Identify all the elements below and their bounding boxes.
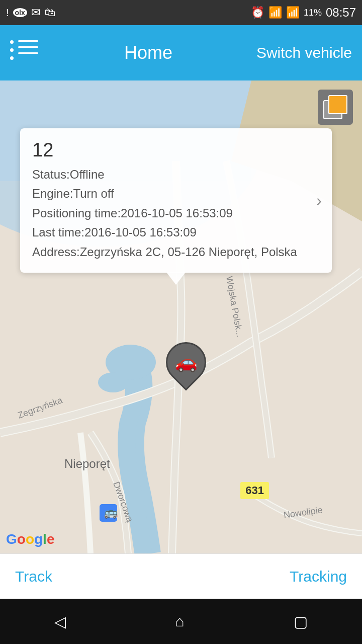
map-container[interactable]: Zegrzyńska Wojska Polsk... Dworcową Nowo…: [0, 80, 362, 553]
switch-vehicle-button[interactable]: Switch vehicle: [256, 44, 352, 61]
svg-point-5: [98, 372, 128, 392]
page-title: Home: [124, 42, 172, 63]
vehicle-id: 12: [32, 139, 320, 161]
home-button[interactable]: ⌂: [175, 613, 184, 630]
battery-text: 11%: [304, 8, 322, 18]
system-icons: ⏰ 📶 📶 11% 08:57: [251, 6, 356, 20]
status-icons: ! olx ✉ 🛍: [6, 6, 55, 19]
tracking-button[interactable]: Tracking: [290, 568, 347, 585]
last-time-row: Last time:2016-10-05 16:53:09: [32, 223, 320, 242]
engine-row: Engine:Turn off: [32, 184, 320, 203]
svg-text:🚌: 🚌: [104, 506, 118, 519]
status-row: Status:Offline: [32, 165, 320, 184]
map-layer-button[interactable]: [318, 90, 353, 125]
time-display: 08:57: [326, 6, 356, 20]
mail-icon: ✉: [31, 6, 40, 19]
android-nav-bar: ◁ ⌂ ▢: [0, 599, 362, 644]
alarm-icon: ⏰: [251, 6, 264, 19]
alert-icon: !: [6, 7, 9, 19]
vehicle-map-pin[interactable]: 🚗: [166, 342, 206, 382]
bottom-action-bar: Track Tracking: [0, 553, 362, 599]
route-badge-631: 631: [240, 482, 269, 499]
positioning-time-row: Positioning time:2016-10-05 16:53:09: [32, 204, 320, 223]
car-icon: 🚗: [175, 352, 198, 373]
status-bar: ! olx ✉ 🛍 ⏰ 📶 📶 11% 08:57: [0, 0, 362, 25]
address-row: Address:Zegrzyńska 2C, 05-126 Nieporęt, …: [32, 243, 320, 262]
menu-button[interactable]: [10, 35, 40, 70]
wifi-icon: 📶: [268, 6, 282, 19]
chevron-right-icon[interactable]: ›: [316, 191, 322, 210]
shopping-icon: 🛍: [44, 6, 55, 19]
app-bar: Home Switch vehicle: [0, 25, 362, 80]
track-button[interactable]: Track: [15, 568, 52, 585]
recents-button[interactable]: ▢: [294, 613, 308, 630]
olx-icon: olx: [13, 8, 27, 17]
google-logo: Google: [6, 531, 54, 547]
signal-icon: 📶: [286, 6, 300, 19]
vehicle-info-card: 12 Status:Offline Engine:Turn off Positi…: [20, 128, 332, 273]
back-button[interactable]: ◁: [54, 613, 66, 630]
svg-text:Nieporęt: Nieporęt: [64, 457, 110, 470]
card-pointer: [166, 272, 186, 285]
